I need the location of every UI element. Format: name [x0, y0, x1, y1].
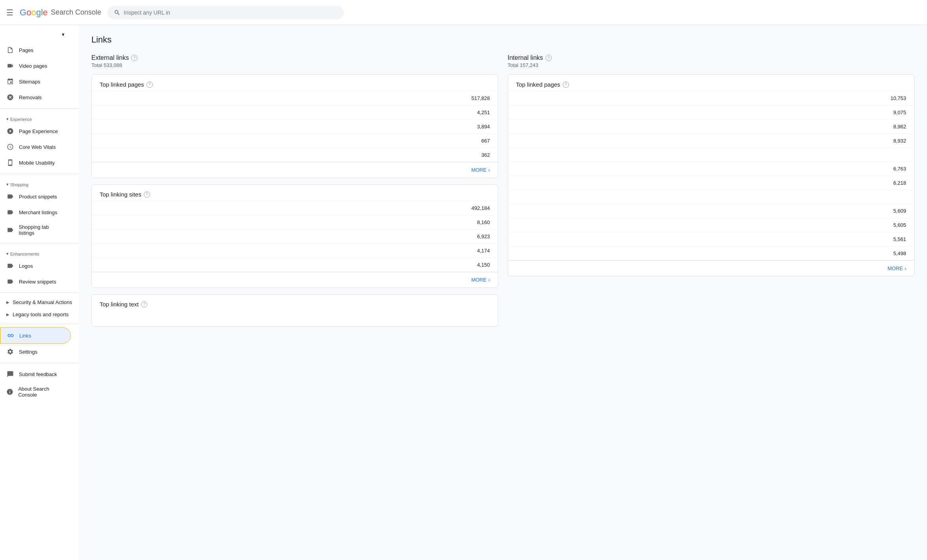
external-top-linking-text-title: Top linking text ?	[92, 295, 498, 311]
table-row: 8,962	[508, 119, 914, 134]
sidebar-item-settings[interactable]: Settings	[0, 344, 71, 360]
external-links-title: External links ?	[91, 54, 498, 61]
header: ☰ Google Search Console	[0, 0, 927, 25]
table-row: 4,150	[92, 258, 498, 272]
mobile-icon	[6, 159, 14, 167]
security-arrow: ▶	[6, 300, 9, 304]
property-selector[interactable]: ▾	[0, 28, 71, 41]
sidebar-item-label: Review snippets	[19, 279, 56, 285]
links-icon	[7, 332, 15, 339]
internal-top-linked-pages-card: Top linked pages ? 10,753 9,075 8,962 8,…	[508, 74, 914, 276]
sidebar-item-sitemaps[interactable]: Sitemaps	[0, 74, 71, 89]
shopping-tab-icon	[6, 226, 14, 234]
logos-icon	[6, 262, 14, 270]
legacy-arrow: ▶	[6, 312, 9, 317]
table-row: 6,763	[508, 161, 914, 176]
external-links-column: External links ? Total 533,088 Top linke…	[91, 54, 498, 333]
property-dropdown-icon: ▾	[62, 32, 65, 37]
sidebar: ▾ Pages Video pages Sitemaps Removals	[0, 25, 79, 560]
external-top-linked-pages-card: Top linked pages ? 517,828 4,251 3,894 6…	[91, 74, 498, 178]
search-bar[interactable]	[108, 6, 344, 19]
merchant-icon	[6, 208, 14, 216]
external-links-total: Total 533,088	[91, 62, 498, 68]
internal-links-help-icon[interactable]: ?	[545, 55, 552, 61]
sidebar-divider-2	[0, 174, 79, 174]
table-row: 4,174	[92, 243, 498, 258]
page-title: Links	[91, 35, 914, 45]
sidebar-item-label: Shopping tab listings	[19, 224, 65, 236]
sidebar-section-experience[interactable]: ▾ Experience	[0, 112, 79, 123]
video-icon	[6, 62, 14, 70]
sidebar-item-label: Pages	[19, 47, 33, 53]
logo-area: Google Search Console	[20, 7, 101, 18]
collapse-arrow: ▾	[6, 251, 9, 256]
sidebar-item-links[interactable]: Links	[0, 327, 71, 344]
sidebar-item-about[interactable]: About Search Console	[0, 382, 71, 402]
table-row: 8,932	[508, 134, 914, 148]
table-row: 5,605	[508, 218, 914, 232]
external-top-linked-pages-rows: 517,828 4,251 3,894 667 362	[92, 91, 498, 162]
internal-top-linked-pages-rows: 10,753 9,075 8,962 8,932 6,763 6,218 5,6…	[508, 91, 914, 260]
table-row: 667	[92, 134, 498, 148]
sidebar-item-label: Sitemaps	[19, 79, 40, 85]
table-row: 362	[92, 148, 498, 162]
search-icon	[114, 9, 121, 16]
feedback-icon	[6, 370, 14, 378]
table-row: 3,894	[92, 119, 498, 134]
top-linked-pages-help[interactable]: ?	[146, 82, 153, 88]
external-top-linking-sites-card: Top linking sites ? 492,184 8,160 6,923 …	[91, 184, 498, 288]
sidebar-section-legacy[interactable]: ▶ Legacy tools and reports	[0, 308, 79, 321]
table-row: 517,828	[92, 91, 498, 105]
collapse-arrow: ▾	[6, 182, 9, 187]
sidebar-section-enhancements[interactable]: ▾ Enhancements	[0, 247, 79, 258]
sidebar-item-submit-feedback[interactable]: Submit feedback	[0, 366, 71, 382]
table-row: 492,184	[92, 201, 498, 215]
sidebar-item-product-snippets[interactable]: Product snippets	[0, 189, 71, 204]
menu-icon[interactable]: ☰	[6, 8, 13, 17]
sidebar-item-label: Logos	[19, 263, 33, 269]
internal-links-total: Total 157,243	[508, 62, 914, 68]
external-top-linking-sites-more[interactable]: MORE ›	[471, 277, 490, 283]
sidebar-item-merchant-listings[interactable]: Merchant listings	[0, 204, 71, 220]
sidebar-item-label: Core Web Vitals	[19, 144, 56, 150]
external-links-header: External links ? Total 533,088	[91, 54, 498, 68]
sidebar-divider-4	[0, 293, 79, 293]
internal-top-linked-pages-help[interactable]: ?	[563, 82, 569, 88]
internal-links-header: Internal links ? Total 157,243	[508, 54, 914, 68]
sidebar-item-pages[interactable]: Pages	[0, 42, 71, 58]
main-content: Links External links ? Total 533,088 Top…	[79, 25, 927, 560]
sidebar-item-label: Removals	[19, 95, 42, 100]
top-linking-text-content	[92, 311, 498, 326]
chevron-right-icon: ›	[488, 277, 490, 283]
sidebar-section-shopping[interactable]: ▾ Shopping	[0, 177, 79, 189]
top-linking-sites-help[interactable]: ?	[144, 191, 150, 198]
sidebar-item-page-experience[interactable]: Page Experience	[0, 123, 71, 139]
sidebar-item-core-web-vitals[interactable]: Core Web Vitals	[0, 139, 71, 155]
internal-top-linked-pages-more[interactable]: MORE ›	[888, 265, 906, 271]
sidebar-item-shopping-tab[interactable]: Shopping tab listings	[0, 220, 71, 240]
external-links-help-icon[interactable]: ?	[131, 55, 137, 61]
sidebar-item-logos[interactable]: Logos	[0, 258, 71, 274]
table-row	[508, 148, 914, 161]
table-row	[508, 190, 914, 204]
external-top-linking-sites-rows: 492,184 8,160 6,923 4,174 4,150	[92, 201, 498, 272]
external-top-linking-text-card: Top linking text ?	[91, 294, 498, 327]
top-linking-text-help[interactable]: ?	[141, 301, 147, 308]
sidebar-item-mobile-usability[interactable]: Mobile Usability	[0, 155, 71, 171]
external-top-linked-pages-footer: MORE ›	[92, 162, 498, 178]
table-row: 5,561	[508, 232, 914, 246]
sidebar-section-security[interactable]: ▶ Security & Manual Actions	[0, 296, 79, 308]
sidebar-item-video-pages[interactable]: Video pages	[0, 58, 71, 74]
external-top-linking-sites-title: Top linking sites ?	[92, 185, 498, 201]
search-input[interactable]	[124, 9, 337, 16]
chevron-right-icon: ›	[488, 167, 490, 173]
table-row: 5,609	[508, 204, 914, 218]
external-top-linked-pages-title: Top linked pages ?	[92, 75, 498, 91]
review-snippets-icon	[6, 278, 14, 286]
chevron-right-icon: ›	[905, 265, 906, 271]
sidebar-item-review-snippets[interactable]: Review snippets	[0, 274, 71, 289]
pages-icon	[6, 46, 14, 54]
sidebar-item-removals[interactable]: Removals	[0, 89, 71, 105]
table-row: 4,251	[92, 105, 498, 119]
external-top-linked-pages-more[interactable]: MORE ›	[471, 167, 490, 173]
